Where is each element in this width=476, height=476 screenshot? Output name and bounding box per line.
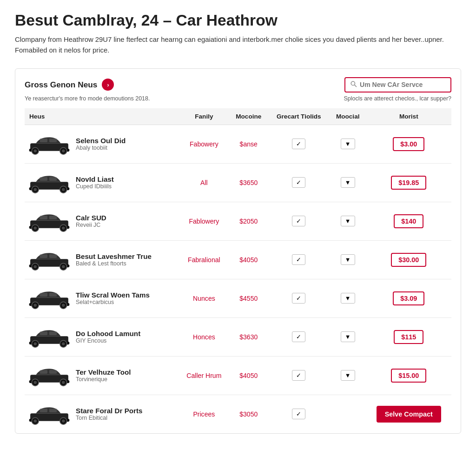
moocial-cell-5[interactable]: ▼ bbox=[330, 317, 366, 356]
moocial-check-3[interactable]: ▼ bbox=[341, 254, 355, 265]
svg-point-44 bbox=[33, 304, 37, 307]
price-cell-5[interactable]: $115 bbox=[366, 317, 451, 356]
grecart-check-6[interactable]: ✓ bbox=[292, 370, 305, 381]
subtext-left: Ye reaserctur's more fro mode demoutions… bbox=[25, 95, 150, 102]
svg-point-64 bbox=[62, 381, 65, 384]
moocial-cell-6[interactable]: ▼ bbox=[330, 356, 366, 395]
car-sub-4: Selat+carbicus bbox=[76, 299, 150, 305]
moocial-check-5[interactable]: ▼ bbox=[341, 331, 355, 342]
moocial-cell-1[interactable]: ▼ bbox=[330, 163, 366, 202]
grecart-cell-1[interactable]: ✓ bbox=[268, 163, 330, 202]
grecart-check-7[interactable]: ✓ bbox=[292, 409, 305, 419]
moocial-cell-3[interactable]: ▼ bbox=[330, 240, 366, 279]
svg-rect-51 bbox=[49, 331, 57, 335]
table-header-3: Grecart Tiolids bbox=[268, 108, 330, 125]
moocial-cell-7[interactable] bbox=[330, 395, 366, 433]
grecart-cell-4[interactable]: ✓ bbox=[268, 279, 330, 317]
moocial-check-6[interactable]: ▼ bbox=[341, 370, 355, 381]
moocial-cell-2[interactable]: ▼ bbox=[330, 202, 366, 240]
mocoine-cell-2: $2050 bbox=[229, 202, 268, 240]
family-cell-5: Honces bbox=[179, 317, 229, 356]
moocial-cell-0[interactable]: ▼ bbox=[330, 125, 366, 163]
price-button-1[interactable]: $19.85 bbox=[391, 176, 426, 190]
price-button-2[interactable]: $140 bbox=[394, 214, 423, 228]
grecart-cell-3[interactable]: ✓ bbox=[268, 240, 330, 279]
price-cell-2[interactable]: $140 bbox=[366, 202, 451, 240]
table-row: Stare Foral Dr Ports Torn Ebitical Price… bbox=[25, 395, 451, 433]
price-cell-4[interactable]: $3.09 bbox=[366, 279, 451, 317]
svg-point-62 bbox=[33, 381, 37, 384]
mocoine-text-3: $4050 bbox=[239, 256, 258, 264]
moocial-cell-4[interactable]: ▼ bbox=[330, 279, 366, 317]
family-cell-3: Fabralional bbox=[179, 240, 229, 279]
price-cell-1[interactable]: $19.85 bbox=[366, 163, 451, 202]
svg-point-19 bbox=[62, 188, 65, 191]
section-title: Gross Genon Neus bbox=[25, 80, 97, 90]
grecart-cell-0[interactable]: ✓ bbox=[268, 125, 330, 163]
car-name-3: Besut Laveshmer True bbox=[76, 252, 152, 260]
search-icon bbox=[350, 80, 357, 89]
grecart-cell-5[interactable]: ✓ bbox=[268, 317, 330, 356]
price-button-5[interactable]: $115 bbox=[394, 330, 423, 344]
grecart-check-2[interactable]: ✓ bbox=[292, 216, 305, 226]
car-sub-1: Cuped IDbiiils bbox=[76, 183, 114, 190]
car-name-7: Stare Foral Dr Ports bbox=[76, 407, 142, 415]
price-cell-0[interactable]: $3.00 bbox=[366, 125, 451, 163]
mocoine-cell-4: $4550 bbox=[229, 279, 268, 317]
page-subtitle: Clompany from Heathrow 29U7 line fterfec… bbox=[15, 34, 461, 55]
price-button-3[interactable]: $30.00 bbox=[391, 253, 426, 267]
moocial-check-2[interactable]: ▼ bbox=[341, 216, 355, 226]
grecart-check-4[interactable]: ✓ bbox=[292, 293, 305, 304]
table-header: HeusFanilyMocoineGrecart TiolidsMoocialM… bbox=[25, 108, 451, 125]
svg-point-37 bbox=[62, 265, 65, 268]
price-button-6[interactable]: $15.00 bbox=[391, 369, 426, 383]
subtext-right: Splocls are atterect checlos., lcar supp… bbox=[344, 95, 451, 102]
grecart-cell-7[interactable]: ✓ bbox=[268, 395, 330, 433]
car-info-3: Besut Laveshmer True Baled & Lest ftoort… bbox=[76, 252, 152, 267]
card-header: Gross Genon Neus › bbox=[25, 77, 451, 93]
svg-rect-23 bbox=[40, 216, 47, 219]
family-cell-7: Pricees bbox=[179, 395, 229, 433]
grecart-check-5[interactable]: ✓ bbox=[292, 331, 305, 342]
car-info-0: Selens Oul Did Abaly toobiit bbox=[76, 137, 126, 151]
moocial-check-4[interactable]: ▼ bbox=[341, 293, 355, 304]
mocoine-text-5: $3630 bbox=[239, 333, 258, 341]
family-text-5: Honces bbox=[193, 333, 215, 341]
moocial-check-0[interactable]: ▼ bbox=[341, 139, 355, 149]
car-cell-4: Tliw Scral Woen Tams Selat+carbicus bbox=[25, 279, 179, 317]
grecart-check-0[interactable]: ✓ bbox=[292, 139, 305, 149]
moocial-check-1[interactable]: ▼ bbox=[341, 177, 355, 188]
card-subtext-row: Ye reaserctur's more fro mode demoutions… bbox=[25, 95, 451, 102]
table-header-4: Moocial bbox=[330, 108, 366, 125]
car-sub-0: Abaly toobiit bbox=[76, 145, 126, 151]
car-info-5: Do Lohood Lamunt GIY Encous bbox=[76, 330, 140, 344]
car-sub-3: Baled & Lest ftoorts bbox=[76, 260, 152, 267]
price-button-4[interactable]: $3.09 bbox=[393, 291, 424, 305]
svg-point-28 bbox=[62, 226, 65, 230]
table-row: Selens Oul Did Abaly toobiit Fabowery$an… bbox=[25, 125, 451, 163]
svg-rect-33 bbox=[49, 254, 57, 258]
svg-point-46 bbox=[62, 304, 65, 307]
solve-compact-button[interactable]: Selve Compact bbox=[377, 406, 441, 423]
table-row: Calr SUD Reveii JC Fablowery$2050✓▼$140 bbox=[25, 202, 451, 240]
grecart-cell-6[interactable]: ✓ bbox=[268, 356, 330, 395]
price-button-0[interactable]: $3.00 bbox=[393, 137, 424, 151]
search-box bbox=[344, 77, 451, 93]
mocoine-cell-7: $3050 bbox=[229, 395, 268, 433]
family-text-1: All bbox=[200, 179, 208, 186]
grecart-cell-2[interactable]: ✓ bbox=[268, 202, 330, 240]
price-cell-7[interactable]: Selve Compact bbox=[366, 395, 451, 433]
price-cell-3[interactable]: $30.00 bbox=[366, 240, 451, 279]
svg-rect-41 bbox=[40, 293, 47, 297]
svg-point-26 bbox=[33, 226, 37, 230]
family-cell-1: All bbox=[179, 163, 229, 202]
svg-rect-14 bbox=[40, 177, 47, 181]
circle-arrow-button[interactable]: › bbox=[102, 79, 114, 91]
car-cell-5: Do Lohood Lamunt GIY Encous bbox=[25, 317, 179, 356]
grecart-check-1[interactable]: ✓ bbox=[292, 177, 305, 188]
family-text-6: Caller Hrum bbox=[186, 372, 221, 379]
grecart-check-3[interactable]: ✓ bbox=[292, 254, 305, 265]
car-info-6: Ter Velhuze Tool Torvinerique bbox=[76, 368, 131, 383]
price-cell-6[interactable]: $15.00 bbox=[366, 356, 451, 395]
search-input[interactable] bbox=[360, 81, 439, 88]
